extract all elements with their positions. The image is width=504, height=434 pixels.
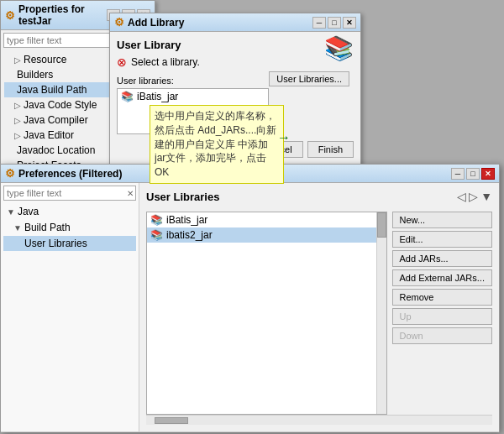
pref-bottom-scrollbar — [146, 415, 492, 425]
pref-maximize[interactable]: □ — [466, 168, 480, 180]
preferences-main: User Libraries ◁ ▷ ▼ 📚 iBatis_jar 📚 ibat… — [139, 183, 499, 431]
annotation-box: 选中用户自定义的库名称，然后点击 Add_JARs....向新建的用户自定义库 … — [150, 105, 284, 184]
add-library-controls: ─ □ ✕ — [312, 17, 356, 29]
preferences-controls: ─ □ ✕ — [451, 168, 495, 180]
pref-minimize[interactable]: ─ — [451, 168, 465, 180]
pref-tree-user-libraries[interactable]: User Libraries — [3, 236, 136, 251]
java-editor-label: Java Editor — [24, 129, 74, 141]
preferences-window: ⚙ Preferences (Filtered) ─ □ ✕ ✕ ▼ Java … — [0, 164, 500, 432]
properties-icon: ⚙ — [5, 9, 15, 22]
build-path-arrow: ▼ — [13, 223, 22, 233]
pref-lib-item-ibatis[interactable]: 📚 iBatis_jar — [147, 212, 386, 227]
user-libraries-tree-label: User Libraries — [24, 238, 87, 249]
ibatis-jar-label: iBatis_jar — [137, 91, 178, 102]
user-libraries-button[interactable]: User Libraries... — [269, 71, 349, 86]
add-external-jars-button[interactable]: Add External JARs... — [392, 269, 493, 286]
java-code-style-label: Java Code Style — [24, 99, 97, 111]
pref-nav-dropdown[interactable]: ▼ — [480, 190, 492, 203]
pref-lib-item-ibatis2[interactable]: 📚 ibatis2_jar — [147, 227, 386, 243]
pref-filter-clear[interactable]: ✕ — [125, 189, 135, 198]
pref-list-scrollbar — [376, 212, 386, 414]
pref-ibatis-icon: 📚 — [150, 214, 163, 226]
scroll-thumb — [377, 212, 386, 238]
pref-filter-input[interactable] — [4, 186, 125, 200]
pref-nav-back[interactable]: ◁ — [457, 190, 466, 203]
jcs-arrow: ▷ — [14, 101, 21, 110]
add-library-finish-btn[interactable]: Finish — [307, 141, 354, 158]
bottom-scroll-thumb — [155, 417, 188, 424]
user-library-heading: User Library — [117, 39, 200, 51]
jc-arrow: ▷ — [14, 116, 21, 125]
pref-ibatis-label: iBatis_jar — [166, 214, 207, 226]
add-library-maximize[interactable]: □ — [328, 17, 341, 29]
select-library-text: Select a library. — [131, 56, 200, 68]
pref-action-buttons: New... Edit... Add JARs... Add External … — [392, 212, 493, 415]
add-lib-item-ibatis[interactable]: 📚 iBatis_jar — [118, 89, 268, 104]
up-button[interactable]: Up — [392, 308, 493, 325]
pref-ibatis2-icon: 📚 — [150, 229, 163, 241]
java-build-path-label: Java Build Path — [17, 84, 87, 96]
add-jars-button[interactable]: Add JARs... — [392, 250, 493, 267]
java-compiler-label: Java Compiler — [24, 114, 88, 126]
select-library-prompt: ⊗ Select a library. — [117, 55, 200, 69]
error-icon: ⊗ — [117, 55, 127, 69]
preferences-body: ✕ ▼ Java ▼ Build Path User Libraries Use… — [1, 183, 499, 431]
edit-button[interactable]: Edit... — [392, 231, 493, 248]
add-library-minimize[interactable]: ─ — [312, 17, 326, 29]
annotation-arrow: → — [277, 130, 291, 145]
add-library-icon: ⚙ — [114, 16, 124, 29]
down-button[interactable]: Down — [392, 327, 493, 344]
pref-tree-build-path[interactable]: ▼ Build Path — [3, 220, 136, 235]
properties-title: Properties for testJar — [18, 3, 103, 27]
pref-toolbar: ◁ ▷ ▼ — [457, 190, 492, 203]
build-path-label: Build Path — [24, 222, 71, 233]
pref-ibatis2-label: ibatis2_jar — [166, 229, 213, 241]
books-icon: 📚 — [324, 34, 354, 62]
pref-nav-forward[interactable]: ▷ — [469, 190, 478, 203]
pref-libraries-list: 📚 iBatis_jar 📚 ibatis2_jar — [146, 212, 387, 415]
builders-label: Builders — [17, 69, 53, 81]
preferences-sidebar: ✕ ▼ Java ▼ Build Path User Libraries — [1, 183, 139, 431]
pref-section-title: User Libraries — [146, 191, 219, 203]
java-expand-arrow: ▼ — [7, 207, 15, 217]
ibatis-jar-icon: 📚 — [121, 91, 134, 102]
pref-tree-java[interactable]: ▼ Java — [3, 204, 136, 219]
java-label: Java — [18, 206, 39, 217]
pref-close[interactable]: ✕ — [481, 168, 495, 180]
annotation-text: 选中用户自定义的库名称，然后点击 Add_JARs....向新建的用户自定义库 … — [155, 110, 276, 178]
pref-filter-bar: ✕ — [3, 186, 136, 201]
remove-button[interactable]: Remove — [392, 289, 493, 306]
preferences-icon: ⚙ — [5, 167, 15, 180]
je-arrow: ▷ — [14, 131, 21, 140]
javadoc-label: Javadoc Location — [17, 144, 95, 156]
add-library-titlebar: ⚙ Add Library ─ □ ✕ — [110, 13, 360, 32]
resource-arrow: ▷ — [14, 55, 21, 65]
resource-label: Resource — [24, 54, 66, 65]
add-library-close[interactable]: ✕ — [343, 17, 356, 29]
preferences-title: Preferences (Filtered) — [18, 168, 122, 180]
new-button[interactable]: New... — [392, 212, 493, 228]
add-library-title-text: Add Library — [128, 17, 184, 29]
pref-content-area: 📚 iBatis_jar 📚 ibatis2_jar New... Edit..… — [146, 212, 492, 415]
